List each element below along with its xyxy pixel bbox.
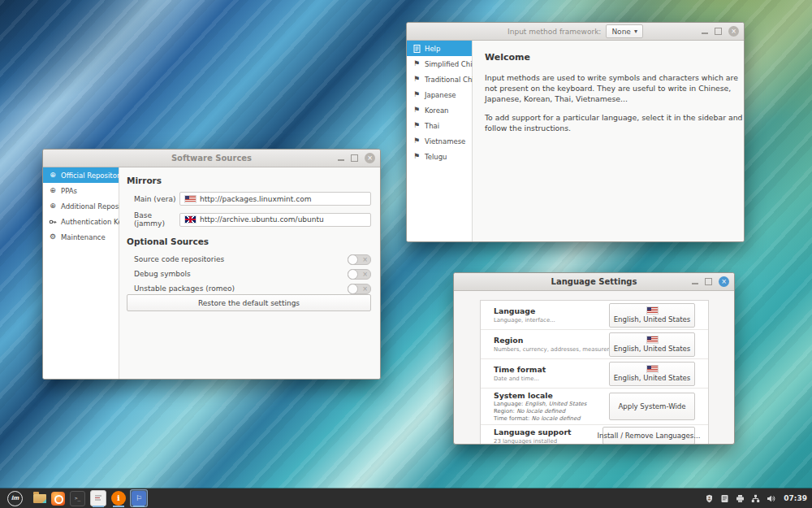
main-mirror-field[interactable]: http://packages.linuxmint.com (179, 192, 371, 206)
desktop: Input method framework: None × Help ⚑ (0, 0, 812, 508)
button-label: English, United States (614, 315, 691, 323)
sidebar-item-maintenance[interactable]: ⚙ Maintenance (43, 229, 119, 245)
uk-flag-icon (185, 216, 196, 223)
sidebar-item-label: Japanese (425, 91, 456, 99)
source-code-toggle[interactable] (348, 254, 371, 265)
report-icon[interactable] (720, 494, 729, 503)
globe-icon: ⊕ (49, 172, 57, 179)
flag-icon: ⚑ (412, 76, 421, 83)
restore-defaults-button[interactable]: Restore the default settings (127, 294, 371, 311)
base-mirror-url: http://archive.ubuntu.com/ubuntu (200, 215, 324, 224)
locale-language-line: Language: English, United States (494, 401, 586, 407)
software-sources-sidebar: ⊕ Official Repositories ⊕ PPAs ⊕ Additio… (43, 167, 119, 379)
sidebar-item-label: PPAs (61, 187, 77, 195)
row-subtitle: Date and time... (494, 376, 546, 382)
region-select-button[interactable]: English, United States (609, 332, 695, 357)
language-settings-titlebar[interactable]: Language Settings × (454, 273, 734, 291)
row-title: Time format (494, 365, 546, 374)
row-subtitle: Language, interface... (494, 317, 555, 323)
language-select-button[interactable]: English, United States (609, 303, 695, 328)
window-indicator (133, 506, 145, 507)
taskbar-clock[interactable]: 07:39 (784, 494, 807, 502)
network-icon[interactable] (751, 494, 760, 503)
time-format-select-button[interactable]: English, United States (609, 362, 695, 386)
sidebar-item-help[interactable]: Help (407, 41, 472, 56)
install-remove-languages-button[interactable]: Install / Remove Languages... (603, 427, 695, 445)
sidebar-item-simplified-chinese[interactable]: ⚑ Simplified Chinese (407, 56, 472, 72)
debug-symbols-row: Debug symbols (127, 267, 371, 280)
us-flag-icon (185, 196, 196, 202)
toggle-label: Source code repositories (134, 255, 224, 263)
firefox-launcher[interactable] (51, 492, 65, 506)
sidebar-item-label: Maintenance (61, 233, 106, 241)
sidebar-item-label: Help (425, 45, 440, 53)
files-launcher[interactable] (33, 494, 46, 503)
sidebar-item-japanese[interactable]: ⚑ Japanese (407, 87, 472, 102)
maximize-button[interactable] (705, 278, 712, 285)
close-button[interactable]: × (719, 276, 729, 287)
language-support-row: Language support 23 languages installed … (481, 425, 708, 445)
system-locale-row: System locale Language: English, United … (481, 389, 708, 425)
sidebar-item-label: Thai (425, 122, 439, 130)
sidebar-item-thai[interactable]: ⚑ Thai (407, 118, 472, 133)
minimize-button[interactable] (692, 283, 698, 284)
sidebar-item-label: Korean (425, 106, 448, 115)
window-indicator (113, 506, 124, 507)
sidebar-item-korean[interactable]: ⚑ Korean (407, 102, 472, 118)
input-method-icon: i (111, 491, 126, 506)
terminal-launcher[interactable]: >_ (70, 491, 85, 506)
input-method-window: Input method framework: None × Help ⚑ (406, 22, 745, 242)
row-title: Language (494, 306, 555, 315)
framework-dropdown[interactable]: None (606, 24, 643, 38)
key-icon (49, 218, 57, 226)
debug-symbols-toggle[interactable] (348, 269, 371, 280)
sidebar-item-ppas[interactable]: ⊕ PPAs (43, 183, 119, 198)
locale-time-line: Time format: No locale defined (494, 415, 586, 422)
sidebar-item-vietnamese[interactable]: ⚑ Vietnamese (407, 133, 472, 149)
base-mirror-label: Base (jammy) (127, 211, 179, 228)
input-method-sidebar: Help ⚑ Simplified Chinese ⚑ Traditional … (407, 41, 473, 241)
button-label: English, United States (614, 345, 691, 353)
us-flag-icon (647, 307, 658, 314)
input-method-task-button[interactable]: i (110, 489, 127, 507)
window-title: Software Sources (171, 154, 252, 163)
sidebar-item-traditional-chinese[interactable]: ⚑ Traditional Chinese (407, 72, 472, 87)
sidebar-item-label: Vietnamese (425, 137, 465, 145)
sidebar-item-official-repositories[interactable]: ⊕ Official Repositories (43, 167, 119, 183)
flag-icon: ⚑ (412, 60, 421, 67)
input-method-titlebar[interactable]: Input method framework: None × (407, 23, 744, 41)
sidebar-item-additional-repositories[interactable]: ⊕ Additional Repositories (43, 198, 119, 214)
printer-icon[interactable] (736, 494, 745, 503)
locale-region-line: Region: No locale defined (494, 408, 586, 415)
close-button[interactable]: × (365, 153, 375, 163)
language-settings-task-button[interactable]: ⚐ (130, 489, 148, 507)
button-label: English, United States (614, 374, 691, 382)
software-sources-titlebar[interactable]: Software Sources × (43, 150, 380, 167)
main-mirror-row: Main (vera) http://packages.linuxmint.co… (127, 192, 371, 206)
unstable-packages-toggle[interactable] (348, 284, 371, 294)
taskbar: lm >_ i ⚐ (0, 488, 812, 508)
shield-icon[interactable] (705, 494, 714, 503)
files-folder-icon (33, 494, 46, 503)
apply-system-wide-button[interactable]: Apply System-Wide (609, 393, 695, 420)
globe-icon: ⊕ (49, 187, 57, 194)
close-button[interactable]: × (728, 26, 739, 37)
sidebar-item-authentication-keys[interactable]: Authentication Keys (43, 214, 119, 229)
mint-menu-button[interactable]: lm (7, 491, 23, 506)
minimize-button[interactable] (702, 33, 708, 34)
maximize-button[interactable] (351, 154, 358, 162)
base-mirror-field[interactable]: http://archive.ubuntu.com/ubuntu (179, 213, 371, 227)
unstable-packages-row: Unstable packages (romeo) (127, 282, 371, 295)
volume-icon[interactable] (767, 494, 775, 503)
welcome-paragraph-1: Input methods are used to write symbols … (485, 72, 745, 104)
language-settings-panel: Language Language, interface... English,… (480, 300, 709, 445)
main-mirror-url: http://packages.linuxmint.com (200, 195, 311, 203)
help-doc-icon (412, 45, 421, 53)
flag-icon: ⚑ (412, 91, 421, 98)
minimize-button[interactable] (338, 159, 344, 161)
software-sources-content: Mirrors Main (vera) http://packages.linu… (119, 167, 380, 379)
sidebar-item-telugu[interactable]: ⚑ Telugu (407, 149, 472, 164)
maximize-button[interactable] (715, 28, 722, 35)
software-sources-window: Software Sources × ⊕ Official Repositori… (42, 149, 381, 380)
software-sources-task-button[interactable] (89, 489, 107, 507)
